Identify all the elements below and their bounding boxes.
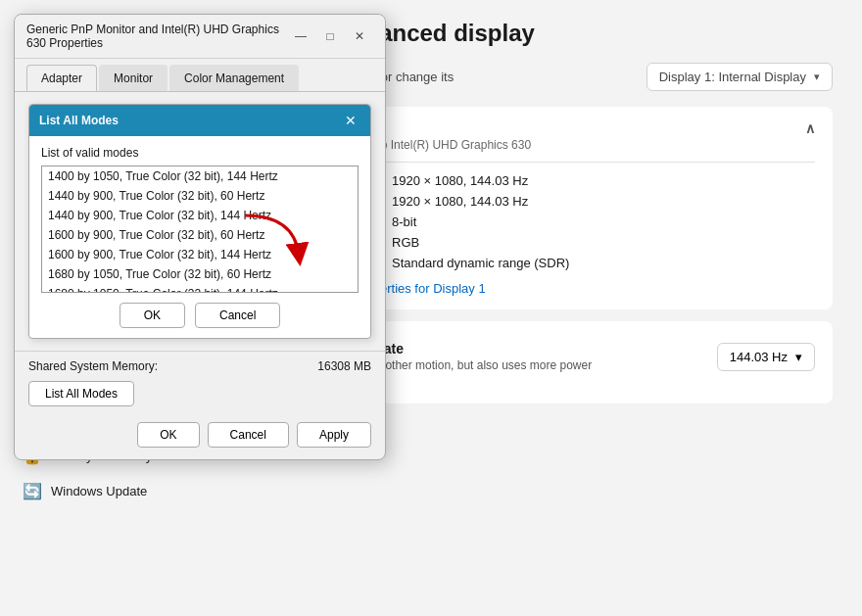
shared-memory-value: 16308 MB	[317, 359, 371, 373]
list-all-modes-button[interactable]: List All Modes	[28, 381, 134, 406]
subdialog: List All Modes ✕ List of valid modes 140…	[28, 104, 371, 339]
list-item[interactable]: 1680 by 1050, True Color (32 bit), 144 H…	[42, 284, 358, 293]
close-button[interactable]: ✕	[346, 24, 373, 48]
list-item[interactable]: 1400 by 1050, True Color (32 bit), 144 H…	[42, 166, 358, 186]
chevron-down-icon: ▾	[814, 71, 820, 83]
tab-monitor[interactable]: Monitor	[99, 65, 168, 91]
display-dropdown-value: Display 1: Internal Display	[659, 70, 806, 84]
tab-adapter[interactable]: Adapter	[26, 65, 97, 91]
list-item[interactable]: 1680 by 1050, True Color (32 bit), 60 He…	[42, 264, 358, 284]
desktop-mode-value: 1920 × 1080, 144.03 Hz	[392, 173, 528, 188]
dialog-title: Generic PnP Monitor and Intel(R) UHD Gra…	[26, 23, 287, 50]
refresh-chevron-icon: ▾	[795, 350, 802, 364]
props-bottom: Shared System Memory: 16308 MB List All …	[15, 351, 385, 414]
subdialog-title: List All Modes	[39, 114, 119, 127]
shared-memory-label: Shared System Memory:	[28, 359, 158, 373]
dialog-body: List All Modes ✕ List of valid modes 140…	[15, 92, 385, 351]
list-item[interactable]: 1440 by 900, True Color (32 bit), 60 Her…	[42, 186, 358, 206]
titlebar-controls: — □ ✕	[287, 24, 373, 48]
bit-depth-value: 8-bit	[392, 214, 416, 229]
props-footer: OK Cancel Apply	[15, 414, 385, 459]
apply-button[interactable]: Apply	[297, 422, 371, 448]
color-format-value: RGB	[392, 235, 419, 250]
sidebar-label-windows-update: Windows Update	[51, 484, 147, 498]
refresh-rate-value: 144.03 Hz	[730, 350, 788, 364]
cancel-button[interactable]: Cancel	[208, 422, 289, 448]
subdialog-body: List of valid modes 1400 by 1050, True C…	[29, 136, 370, 338]
subdialog-label: List of valid modes	[41, 146, 359, 160]
modes-listbox[interactable]: 1400 by 1050, True Color (32 bit), 144 H…	[41, 166, 359, 293]
shared-memory-row: Shared System Memory: 16308 MB	[28, 359, 371, 373]
sidebar-item-windows-update[interactable]: 🔄 Windows Update	[12, 474, 216, 507]
tab-color-management[interactable]: Color Management	[169, 65, 299, 91]
refresh-rate-dropdown[interactable]: 144.03 Hz ▾	[717, 343, 815, 371]
list-item[interactable]: 1440 by 900, True Color (32 bit), 144 He…	[42, 206, 358, 225]
signal-mode-value: 1920 × 1080, 144.03 Hz	[392, 194, 528, 209]
subdialog-ok-button[interactable]: OK	[120, 303, 185, 328]
ok-button[interactable]: OK	[137, 422, 199, 448]
minimize-button[interactable]: —	[287, 24, 314, 48]
properties-dialog: Generic PnP Monitor and Intel(R) UHD Gra…	[14, 14, 386, 460]
dialog-tabs: Adapter Monitor Color Management	[15, 59, 385, 92]
collapse-icon: ∧	[805, 120, 815, 136]
display-dropdown[interactable]: Display 1: Internal Display ▾	[646, 63, 833, 91]
subdialog-cancel-button[interactable]: Cancel	[195, 303, 280, 328]
list-item[interactable]: 1600 by 900, True Color (32 bit), 60 Her…	[42, 225, 358, 245]
subdialog-close-button[interactable]: ✕	[341, 111, 360, 130]
windows-update-icon: 🔄	[24, 482, 41, 499]
subdialog-titlebar: List All Modes ✕	[29, 105, 370, 136]
maximize-button[interactable]: □	[316, 24, 344, 48]
color-space-value: Standard dynamic range (SDR)	[392, 256, 569, 270]
dialog-titlebar: Generic PnP Monitor and Intel(R) UHD Gra…	[15, 15, 385, 59]
list-item[interactable]: 1600 by 900, True Color (32 bit), 144 He…	[42, 245, 358, 264]
subdialog-buttons: OK Cancel	[41, 303, 359, 328]
